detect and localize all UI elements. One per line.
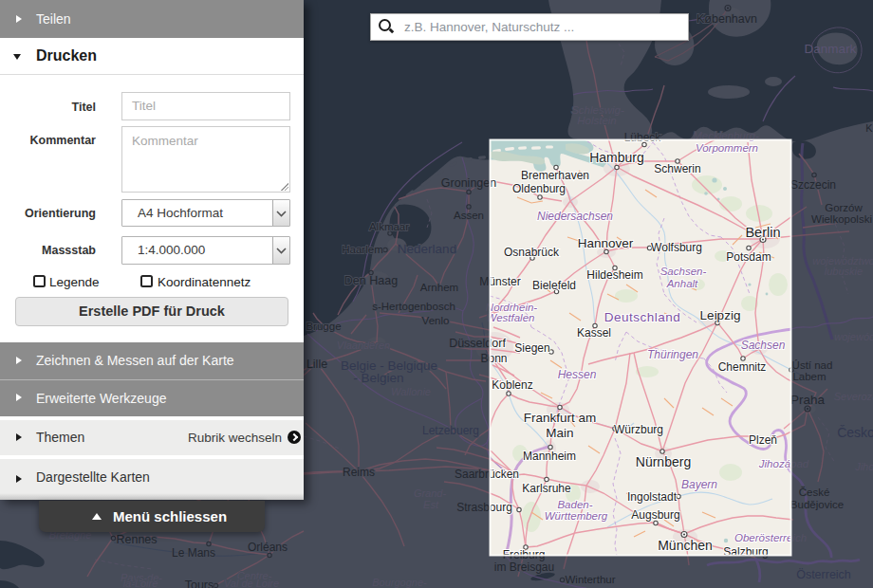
svg-text:Česko: Česko: [837, 425, 873, 440]
svg-text:Hessen: Hessen: [558, 368, 597, 381]
svg-text:Plzeň: Plzeň: [749, 433, 777, 447]
svg-text:Gorzów: Gorzów: [825, 202, 863, 213]
svg-text:Val de Loire: Val de Loire: [224, 578, 279, 588]
svg-text:Kassel: Kassel: [577, 326, 611, 340]
svg-text:im Breisgau: im Breisgau: [494, 560, 554, 574]
svg-text:Osnabrück: Osnabrück: [504, 246, 560, 259]
svg-text:Danmark: Danmark: [805, 42, 857, 56]
svg-text:Venlo: Venlo: [422, 315, 450, 326]
svg-text:Würzburg: Würzburg: [614, 423, 663, 436]
svg-text:Bielefeld: Bielefeld: [532, 279, 576, 292]
svg-text:Westfalen: Westfalen: [487, 312, 535, 323]
svg-text:České: České: [799, 487, 830, 498]
svg-text:Severozáp: Severozáp: [834, 391, 873, 402]
svg-text:Arnhem: Arnhem: [420, 282, 458, 293]
svg-text:Chemnitz: Chemnitz: [718, 360, 767, 374]
svg-text:Jihov: Jihov: [854, 461, 873, 472]
svg-text:la-Loire: la-Loire: [123, 578, 158, 588]
svg-text:Letzebuerg: Letzebuerg: [422, 424, 479, 437]
svg-text:- Belgien: - Belgien: [353, 371, 403, 385]
svg-text:Ingolstadt: Ingolstadt: [627, 490, 678, 504]
svg-text:Rennes: Rennes: [116, 533, 157, 546]
svg-text:Assen: Assen: [454, 210, 484, 221]
svg-text:s-Hertogenbosch: s-Hertogenbosch: [372, 301, 455, 312]
svg-text:Alkmaar: Alkmaar: [369, 221, 409, 232]
svg-text:Koblenz: Koblenz: [492, 378, 532, 392]
svg-text:Nederland: Nederland: [398, 242, 456, 256]
svg-text:Berlin: Berlin: [745, 225, 780, 240]
svg-text:Tours: Tours: [185, 579, 214, 588]
svg-text:Bourgogne-: Bourgogne-: [372, 577, 427, 588]
svg-text:Vorpommern: Vorpommern: [696, 142, 758, 154]
svg-text:Potsdam: Potsdam: [726, 250, 771, 264]
svg-text:Siegen: Siegen: [514, 341, 549, 355]
svg-text:Holstein: Holstein: [577, 115, 617, 126]
svg-text:Groningen: Groningen: [441, 176, 496, 190]
svg-text:Hamburg: Hamburg: [589, 150, 644, 165]
svg-text:Budějovice: Budějovice: [790, 499, 844, 510]
svg-text:Karlsruhe: Karlsruhe: [522, 482, 571, 495]
svg-text:Oldenburg: Oldenburg: [512, 182, 566, 195]
svg-text:Vlaanderen: Vlaanderen: [337, 340, 390, 351]
svg-text:Den Haag: Den Haag: [344, 274, 398, 287]
svg-text:Schwerin: Schwerin: [654, 162, 700, 175]
svg-text:Mannheim: Mannheim: [523, 450, 576, 463]
svg-text:Sachsen: Sachsen: [741, 339, 786, 352]
svg-text:Praha: Praha: [790, 393, 826, 407]
svg-text:Thüringen: Thüringen: [647, 348, 698, 361]
svg-text:Baden-: Baden-: [557, 499, 592, 510]
svg-text:Est: Est: [423, 499, 439, 510]
svg-text:województ: województ: [834, 331, 873, 342]
svg-text:Hildesheim: Hildesheim: [586, 268, 642, 282]
svg-text:Sachsen-: Sachsen-: [660, 266, 707, 277]
svg-text:Haarlem: Haarlem: [342, 244, 382, 255]
svg-text:Szczecin: Szczecin: [790, 178, 836, 192]
svg-text:Leipzig: Leipzig: [700, 308, 741, 322]
svg-text:Österreich: Österreich: [796, 568, 851, 581]
svg-text:Lille: Lille: [306, 358, 327, 371]
svg-text:Württemberg: Württemberg: [545, 510, 608, 522]
svg-text:Grand-: Grand-: [414, 487, 447, 499]
svg-text:Labem: Labem: [792, 371, 826, 382]
svg-text:lubuskie: lubuskie: [825, 266, 863, 277]
svg-text:Main: Main: [546, 426, 573, 440]
svg-text:Wielkopolski: Wielkopolski: [811, 213, 872, 225]
svg-text:Bremerhaven: Bremerhaven: [521, 169, 589, 182]
svg-text:Winterthur: Winterthur: [565, 574, 615, 585]
svg-text:Deutschland: Deutschland: [604, 310, 681, 324]
svg-text:Augsburg: Augsburg: [631, 508, 679, 522]
svg-text:Ústí nad: Ústí nad: [792, 359, 833, 371]
svg-text:Anhalt: Anhalt: [666, 278, 698, 289]
svg-text:Brugge: Brugge: [306, 321, 341, 332]
svg-text:Le Mans: Le Mans: [172, 546, 215, 560]
svg-text:K: K: [865, 122, 873, 134]
svg-text:København: København: [697, 12, 757, 26]
svg-text:Hannover: Hannover: [578, 236, 634, 250]
svg-text:Bayern: Bayern: [681, 478, 717, 491]
svg-text:Frankfurt am: Frankfurt am: [524, 411, 597, 425]
svg-text:München: München: [658, 538, 713, 553]
svg-text:Wolfsburg: Wolfsburg: [651, 241, 702, 254]
svg-text:Wallonie: Wallonie: [391, 386, 431, 397]
svg-text:Orléans: Orléans: [248, 541, 288, 554]
svg-text:Nürnberg: Nürnberg: [636, 454, 691, 469]
svg-text:Niedersachsen: Niedersachsen: [537, 210, 613, 223]
svg-text:Reims: Reims: [343, 466, 375, 479]
